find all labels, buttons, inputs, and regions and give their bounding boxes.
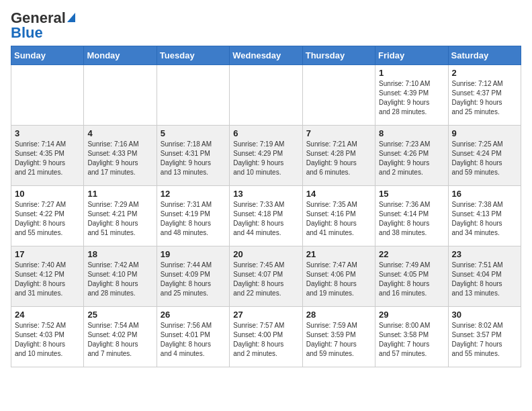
day-info: Sunrise: 7:45 AM Sunset: 4:07 PM Dayligh… — [233, 261, 298, 298]
day-info: Sunrise: 7:29 AM Sunset: 4:21 PM Dayligh… — [87, 200, 152, 238]
day-number: 7 — [306, 128, 371, 138]
day-info: Sunrise: 7:12 AM Sunset: 4:37 PM Dayligh… — [452, 79, 517, 117]
week-row-1: 1Sunrise: 7:10 AM Sunset: 4:39 PM Daylig… — [11, 65, 521, 126]
day-cell: 23Sunrise: 7:51 AM Sunset: 4:04 PM Dayli… — [448, 246, 521, 307]
day-info: Sunrise: 7:36 AM Sunset: 4:14 PM Dayligh… — [379, 200, 444, 238]
week-row-3: 10Sunrise: 7:27 AM Sunset: 4:22 PM Dayli… — [11, 186, 521, 246]
day-info: Sunrise: 7:10 AM Sunset: 4:39 PM Dayligh… — [379, 79, 444, 117]
day-number: 22 — [379, 249, 444, 259]
day-number: 27 — [233, 310, 298, 320]
day-number: 8 — [379, 128, 444, 138]
day-info: Sunrise: 7:35 AM Sunset: 4:16 PM Dayligh… — [306, 200, 371, 238]
day-number: 30 — [452, 310, 517, 320]
day-cell: 6Sunrise: 7:19 AM Sunset: 4:29 PM Daylig… — [230, 126, 302, 186]
day-info: Sunrise: 7:52 AM Sunset: 4:03 PM Dayligh… — [15, 321, 80, 359]
weekday-header-wednesday: Wednesday — [230, 46, 302, 65]
day-info: Sunrise: 7:25 AM Sunset: 4:24 PM Dayligh… — [452, 140, 517, 177]
day-number: 24 — [15, 310, 80, 320]
day-cell: 13Sunrise: 7:33 AM Sunset: 4:18 PM Dayli… — [230, 186, 302, 246]
logo-blue: Blue — [11, 26, 43, 40]
day-info: Sunrise: 7:18 AM Sunset: 4:31 PM Dayligh… — [161, 140, 226, 177]
day-number: 11 — [87, 189, 152, 199]
day-cell: 28Sunrise: 7:59 AM Sunset: 3:59 PM Dayli… — [302, 307, 375, 367]
weekday-header-tuesday: Tuesday — [157, 46, 229, 65]
day-cell: 8Sunrise: 7:23 AM Sunset: 4:26 PM Daylig… — [375, 126, 448, 186]
day-info: Sunrise: 7:47 AM Sunset: 4:06 PM Dayligh… — [306, 261, 371, 298]
day-number: 17 — [15, 249, 80, 259]
day-number: 18 — [87, 249, 152, 259]
day-number: 2 — [452, 68, 517, 78]
day-number: 10 — [15, 189, 80, 199]
day-cell: 17Sunrise: 7:40 AM Sunset: 4:12 PM Dayli… — [11, 246, 84, 307]
day-info: Sunrise: 7:16 AM Sunset: 4:33 PM Dayligh… — [87, 140, 152, 177]
day-number: 15 — [379, 189, 444, 199]
day-info: Sunrise: 7:57 AM Sunset: 4:00 PM Dayligh… — [233, 321, 298, 359]
day-info: Sunrise: 8:00 AM Sunset: 3:58 PM Dayligh… — [379, 321, 444, 359]
day-cell: 24Sunrise: 7:52 AM Sunset: 4:03 PM Dayli… — [11, 307, 84, 367]
day-number: 12 — [161, 189, 226, 199]
day-cell: 3Sunrise: 7:14 AM Sunset: 4:35 PM Daylig… — [11, 126, 84, 186]
day-info: Sunrise: 7:40 AM Sunset: 4:12 PM Dayligh… — [15, 261, 80, 298]
day-number: 16 — [452, 189, 517, 199]
weekday-header-friday: Friday — [375, 46, 448, 65]
day-cell: 2Sunrise: 7:12 AM Sunset: 4:37 PM Daylig… — [448, 65, 521, 126]
day-cell: 4Sunrise: 7:16 AM Sunset: 4:33 PM Daylig… — [84, 126, 157, 186]
logo: General Blue — [11, 11, 75, 40]
week-row-4: 17Sunrise: 7:40 AM Sunset: 4:12 PM Dayli… — [11, 246, 521, 307]
day-cell — [230, 65, 302, 126]
day-cell — [11, 65, 84, 126]
day-number: 4 — [87, 128, 152, 138]
day-cell — [302, 65, 375, 126]
day-number: 21 — [306, 249, 371, 259]
day-cell: 9Sunrise: 7:25 AM Sunset: 4:24 PM Daylig… — [448, 126, 521, 186]
day-cell: 5Sunrise: 7:18 AM Sunset: 4:31 PM Daylig… — [157, 126, 229, 186]
logo-general: General — [11, 11, 66, 26]
day-cell: 25Sunrise: 7:54 AM Sunset: 4:02 PM Dayli… — [84, 307, 157, 367]
day-cell — [84, 65, 157, 126]
day-number: 28 — [306, 310, 371, 320]
day-cell: 27Sunrise: 7:57 AM Sunset: 4:00 PM Dayli… — [230, 307, 302, 367]
weekday-header-row: SundayMondayTuesdayWednesdayThursdayFrid… — [11, 46, 521, 65]
day-info: Sunrise: 7:56 AM Sunset: 4:01 PM Dayligh… — [161, 321, 226, 359]
calendar-table: SundayMondayTuesdayWednesdayThursdayFrid… — [11, 46, 521, 367]
day-cell: 14Sunrise: 7:35 AM Sunset: 4:16 PM Dayli… — [302, 186, 375, 246]
day-info: Sunrise: 7:54 AM Sunset: 4:02 PM Dayligh… — [87, 321, 152, 359]
page-header: General Blue — [11, 11, 521, 40]
day-cell: 30Sunrise: 8:02 AM Sunset: 3:57 PM Dayli… — [448, 307, 521, 367]
day-cell: 10Sunrise: 7:27 AM Sunset: 4:22 PM Dayli… — [11, 186, 84, 246]
day-cell: 7Sunrise: 7:21 AM Sunset: 4:28 PM Daylig… — [302, 126, 375, 186]
day-number: 3 — [15, 128, 80, 138]
day-info: Sunrise: 7:27 AM Sunset: 4:22 PM Dayligh… — [15, 200, 80, 238]
logo-arrow-icon — [67, 13, 75, 22]
weekday-header-saturday: Saturday — [448, 46, 521, 65]
day-number: 6 — [233, 128, 298, 138]
week-row-2: 3Sunrise: 7:14 AM Sunset: 4:35 PM Daylig… — [11, 126, 521, 186]
day-info: Sunrise: 7:44 AM Sunset: 4:09 PM Dayligh… — [161, 261, 226, 298]
day-cell: 18Sunrise: 7:42 AM Sunset: 4:10 PM Dayli… — [84, 246, 157, 307]
day-cell: 12Sunrise: 7:31 AM Sunset: 4:19 PM Dayli… — [157, 186, 229, 246]
day-number: 5 — [161, 128, 226, 138]
day-info: Sunrise: 7:42 AM Sunset: 4:10 PM Dayligh… — [87, 261, 152, 298]
day-number: 20 — [233, 249, 298, 259]
day-number: 25 — [87, 310, 152, 320]
day-info: Sunrise: 7:23 AM Sunset: 4:26 PM Dayligh… — [379, 140, 444, 177]
day-info: Sunrise: 7:14 AM Sunset: 4:35 PM Dayligh… — [15, 140, 80, 177]
day-cell: 15Sunrise: 7:36 AM Sunset: 4:14 PM Dayli… — [375, 186, 448, 246]
day-cell: 19Sunrise: 7:44 AM Sunset: 4:09 PM Dayli… — [157, 246, 229, 307]
weekday-header-thursday: Thursday — [302, 46, 375, 65]
week-row-5: 24Sunrise: 7:52 AM Sunset: 4:03 PM Dayli… — [11, 307, 521, 367]
day-number: 14 — [306, 189, 371, 199]
day-cell: 22Sunrise: 7:49 AM Sunset: 4:05 PM Dayli… — [375, 246, 448, 307]
day-info: Sunrise: 7:51 AM Sunset: 4:04 PM Dayligh… — [452, 261, 517, 298]
day-cell: 26Sunrise: 7:56 AM Sunset: 4:01 PM Dayli… — [157, 307, 229, 367]
day-cell: 1Sunrise: 7:10 AM Sunset: 4:39 PM Daylig… — [375, 65, 448, 126]
day-number: 23 — [452, 249, 517, 259]
day-info: Sunrise: 7:59 AM Sunset: 3:59 PM Dayligh… — [306, 321, 371, 359]
day-cell: 29Sunrise: 8:00 AM Sunset: 3:58 PM Dayli… — [375, 307, 448, 367]
weekday-header-monday: Monday — [84, 46, 157, 65]
day-number: 26 — [161, 310, 226, 320]
day-info: Sunrise: 7:38 AM Sunset: 4:13 PM Dayligh… — [452, 200, 517, 238]
day-info: Sunrise: 7:31 AM Sunset: 4:19 PM Dayligh… — [161, 200, 226, 238]
day-number: 1 — [379, 68, 444, 78]
day-info: Sunrise: 7:21 AM Sunset: 4:28 PM Dayligh… — [306, 140, 371, 177]
